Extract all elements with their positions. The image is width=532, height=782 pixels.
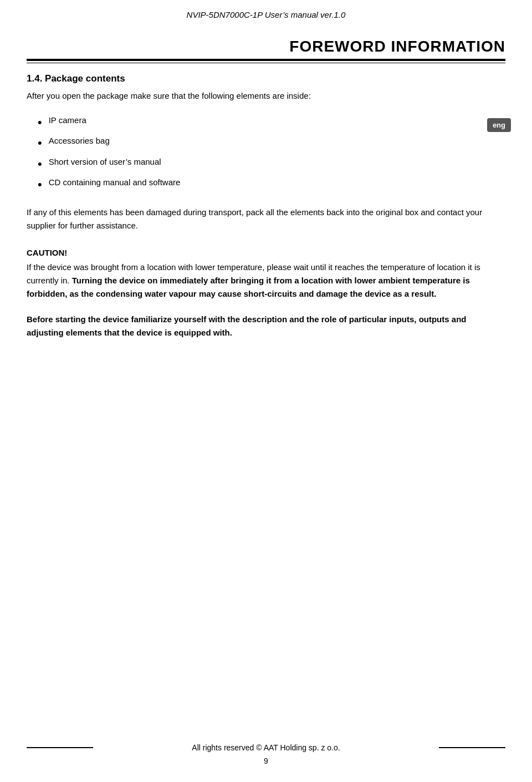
damage-note: If any of this elements has been damaged… [27, 206, 505, 232]
section-intro: After you open the package make sure tha… [27, 90, 505, 103]
foreword-title: FOREWORD INFORMATION [289, 38, 505, 55]
document-title: NVIP-5DN7000C-1P User’s manual ver.1.0 [187, 10, 346, 19]
before-text: Before starting the device familiarize y… [27, 313, 505, 339]
list-item: • Accessories bag [38, 133, 505, 154]
eng-badge: eng [487, 118, 511, 132]
footer-text: All rights reserved © AAT Holding sp. z … [93, 743, 439, 752]
footer-page-number: 9 [27, 756, 505, 765]
bullet-icon: • [38, 153, 42, 175]
list-item-label: IP camera [49, 113, 86, 128]
footer-rule-right [439, 747, 505, 748]
list-item: • Short version of user’s manual [38, 154, 505, 175]
top-rule-thick [27, 59, 505, 61]
list-item-label: CD containing manual and software [49, 175, 181, 190]
foreword-title-area: FOREWORD INFORMATION [27, 24, 505, 59]
footer-rule-left [27, 747, 93, 748]
bullet-list: • IP camera • Accessories bag • Short ve… [38, 113, 505, 196]
section-heading: 1.4. Package contents [27, 73, 505, 84]
footer-rule-area: All rights reserved © AAT Holding sp. z … [27, 743, 505, 752]
caution-heading: CAUTION! [27, 248, 505, 257]
list-item: • CD containing manual and software [38, 175, 505, 196]
list-item-label: Short version of user’s manual [49, 154, 161, 169]
bullet-icon: • [38, 111, 42, 134]
caution-text: If the device was brought from a locatio… [27, 261, 505, 301]
page: NVIP-5DN7000C-1P User’s manual ver.1.0 F… [0, 0, 532, 782]
page-footer: All rights reserved © AAT Holding sp. z … [0, 743, 532, 765]
main-content-row: • IP camera • Accessories bag • Short ve… [27, 113, 505, 196]
bullet-icon: • [38, 174, 42, 196]
bullet-icon: • [38, 132, 42, 154]
list-item: • IP camera [38, 113, 505, 134]
list-item-label: Accessories bag [49, 133, 110, 148]
page-header: NVIP-5DN7000C-1P User’s manual ver.1.0 [27, 0, 505, 24]
top-rule-thin [27, 63, 505, 63]
caution-text-bold: Turning the device on immediately after … [27, 276, 470, 298]
